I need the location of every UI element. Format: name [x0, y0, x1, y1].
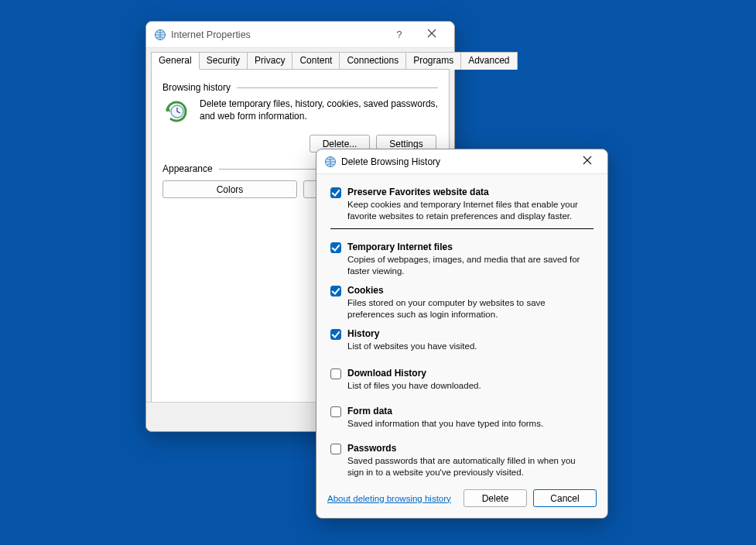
- ip-title: Internet Properties: [171, 29, 251, 40]
- option-cookies: Cookies Files stored on your computer by…: [330, 283, 594, 320]
- checkbox-form-data[interactable]: [330, 406, 341, 417]
- colors-button[interactable]: Colors: [162, 180, 297, 198]
- close-button[interactable]: [570, 151, 604, 173]
- dbh-titlebar: Delete Browsing History: [316, 149, 607, 174]
- separator: [330, 228, 594, 229]
- checkbox-history[interactable]: [330, 329, 341, 340]
- option-label: History: [347, 328, 379, 340]
- ip-titlebar: Internet Properties ?: [146, 22, 454, 48]
- dbh-title: Delete Browsing History: [341, 156, 440, 167]
- option-desc: List of files you have downloaded.: [347, 380, 594, 392]
- cancel-button[interactable]: Cancel: [533, 489, 597, 507]
- option-label: Cookies: [347, 285, 384, 296]
- browsing-history-label: Browsing history: [162, 82, 231, 93]
- option-passwords: Passwords Saved passwords that are autom…: [330, 441, 594, 478]
- option-label: Download History: [347, 368, 426, 379]
- browsing-history-desc: Delete temporary files, history, cookies…: [200, 98, 438, 125]
- close-icon: [583, 156, 592, 167]
- appearance-label: Appearance: [162, 163, 213, 174]
- option-desc: Files stored on your computer by website…: [347, 297, 594, 320]
- close-button[interactable]: [416, 24, 448, 46]
- tab-security[interactable]: Security: [199, 52, 248, 70]
- option-label: Form data: [347, 406, 392, 417]
- checkbox-passwords[interactable]: [330, 444, 341, 454]
- option-label: Passwords: [347, 443, 396, 454]
- option-desc: Saved passwords that are automatically f…: [347, 455, 594, 478]
- option-desc: Keep cookies and temporary Internet file…: [347, 199, 594, 222]
- option-label: Preserve Favorites website data: [347, 187, 489, 198]
- checkbox-download-history[interactable]: [330, 368, 341, 379]
- internet-options-icon: [324, 156, 337, 168]
- option-form-data: Form data Saved information that you hav…: [330, 404, 594, 430]
- checkbox-preserve-favorites[interactable]: [330, 187, 341, 198]
- delete-browsing-history-dialog: Delete Browsing History Preserve Favorit…: [316, 149, 608, 519]
- browsing-history-group: Browsing history: [162, 82, 438, 93]
- tab-content[interactable]: Content: [292, 52, 340, 70]
- option-preserve-favorites: Preserve Favorites website data Keep coo…: [330, 185, 594, 222]
- dbh-footer: About deleting browsing history Delete C…: [316, 482, 607, 518]
- tab-connections[interactable]: Connections: [339, 52, 406, 70]
- delete-button[interactable]: Delete: [464, 489, 527, 507]
- about-deleting-link[interactable]: About deleting browsing history: [327, 494, 451, 503]
- close-icon: [427, 29, 436, 40]
- history-clock-icon: [162, 98, 190, 125]
- tab-programs[interactable]: Programs: [405, 52, 461, 70]
- option-desc: List of websites you have visited.: [347, 341, 594, 352]
- tab-general[interactable]: General: [151, 52, 200, 70]
- option-desc: Saved information that you have typed in…: [347, 418, 594, 430]
- dbh-body: Preserve Favorites website data Keep coo…: [316, 174, 607, 478]
- tabs-strip: General Security Privacy Content Connect…: [146, 48, 454, 69]
- tab-privacy[interactable]: Privacy: [247, 52, 292, 70]
- option-desc: Copies of webpages, images, and media th…: [347, 254, 594, 277]
- checkbox-temp-files[interactable]: [330, 242, 341, 253]
- option-download-history: Download History List of files you have …: [330, 366, 594, 392]
- option-label: Temporary Internet files: [347, 242, 453, 253]
- checkbox-cookies[interactable]: [330, 286, 341, 296]
- help-button[interactable]: ?: [383, 24, 416, 46]
- divider: [237, 87, 438, 88]
- tab-advanced[interactable]: Advanced: [460, 52, 517, 70]
- option-history: History List of websites you have visite…: [330, 327, 594, 352]
- internet-options-icon: [154, 29, 166, 41]
- option-temp-files: Temporary Internet files Copies of webpa…: [330, 240, 594, 277]
